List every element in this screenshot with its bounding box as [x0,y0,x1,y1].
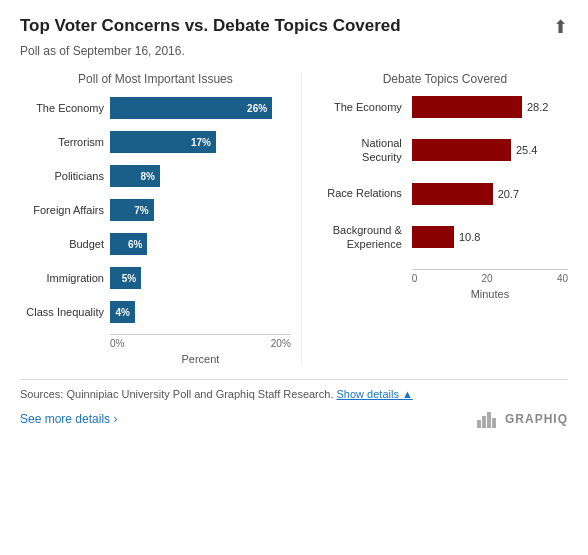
right-bar [412,96,522,118]
left-bar-wrap: 5% [110,267,291,289]
left-bar-wrap: 6% [110,233,291,255]
left-bar-row: Terrorism17% [20,130,291,154]
left-bar-row: Class Inequality4% [20,300,291,324]
left-bar-row: Budget6% [20,232,291,256]
brand-label: GRAPHIQ [505,412,568,426]
right-bar-row: Race Relations20.7 [322,183,568,205]
subtitle: Poll as of September 16, 2016. [20,44,568,58]
right-bar-wrap: 25.4 [412,139,568,161]
graphiq-logo-icon [477,410,499,428]
left-x-axis: 0%20% [110,334,291,349]
left-bar-label: Class Inequality [20,306,110,318]
right-bar-label: NationalSecurity [322,136,412,165]
bottom-bar: See more details › GRAPHIQ [20,410,568,428]
page-container: Top Voter Concerns vs. Debate Topics Cov… [20,16,568,428]
left-bar-wrap: 4% [110,301,291,323]
left-bar-wrap: 7% [110,199,291,221]
right-bar-value: 20.7 [498,188,519,200]
left-x-label: Percent [110,353,291,365]
left-bar-row: Politicians8% [20,164,291,188]
left-chart-area: The Economy26%Terrorism17%Politicians8%F… [20,96,291,365]
left-bar-label: Terrorism [20,136,110,148]
svg-rect-0 [477,420,481,428]
right-chart-area: The Economy28.2NationalSecurity25.4Race … [322,96,568,300]
footer: Sources: Quinnipiac University Poll and … [20,379,568,400]
right-bar-value: 10.8 [459,231,480,243]
right-bar [412,226,454,248]
left-bar-row: Immigration5% [20,266,291,290]
right-bar-row: NationalSecurity25.4 [322,136,568,165]
right-bar [412,139,511,161]
left-bar-pct-label: 26% [247,103,267,114]
right-bar-label: Race Relations [322,186,412,200]
left-bar: 26% [110,97,272,119]
charts-container: Poll of Most Important Issues The Econom… [20,72,568,365]
right-bar [412,183,493,205]
svg-rect-2 [487,412,491,428]
left-bar-pct-label: 7% [134,205,148,216]
left-bar-label: Foreign Affairs [20,204,110,216]
right-x-label: Minutes [412,288,568,300]
right-bar-wrap: 20.7 [412,183,568,205]
left-bar: 4% [110,301,135,323]
right-chart-title: Debate Topics Covered [322,72,568,86]
svg-rect-3 [492,418,496,428]
left-bar-label: Budget [20,238,110,250]
left-bar: 17% [110,131,216,153]
left-bar-wrap: 26% [110,97,291,119]
left-bar-wrap: 8% [110,165,291,187]
right-x-axis: 02040 [412,269,568,284]
show-details-link[interactable]: Show details ▲ [337,388,413,400]
left-bar: 8% [110,165,160,187]
right-bar-wrap: 28.2 [412,96,568,118]
header: Top Voter Concerns vs. Debate Topics Cov… [20,16,568,38]
right-bar-value: 28.2 [527,101,548,113]
left-bar: 6% [110,233,147,255]
left-bar-pct-label: 4% [115,307,129,318]
right-bar-row: Background &Experience10.8 [322,223,568,252]
right-bar-value: 25.4 [516,144,537,156]
right-bar-row: The Economy28.2 [322,96,568,118]
left-chart-title: Poll of Most Important Issues [20,72,291,86]
left-bar-row: Foreign Affairs7% [20,198,291,222]
left-bar: 7% [110,199,154,221]
left-bar-label: Immigration [20,272,110,284]
left-bar-pct-label: 5% [122,273,136,284]
page-title: Top Voter Concerns vs. Debate Topics Cov… [20,16,401,36]
left-bar-row: The Economy26% [20,96,291,120]
left-bar: 5% [110,267,141,289]
right-bar-wrap: 10.8 [412,226,568,248]
right-bar-label: The Economy [322,100,412,114]
share-icon[interactable]: ⬆ [553,16,568,38]
left-bar-pct-label: 8% [140,171,154,182]
left-bar-label: The Economy [20,102,110,114]
graphiq-brand: GRAPHIQ [477,410,568,428]
see-more-link[interactable]: See more details › [20,412,117,426]
left-bar-pct-label: 17% [191,137,211,148]
svg-rect-1 [482,416,486,428]
sources-text: Sources: Quinnipiac University Poll and … [20,388,333,400]
left-chart: Poll of Most Important Issues The Econom… [20,72,301,365]
left-bar-wrap: 17% [110,131,291,153]
right-bar-label: Background &Experience [322,223,412,252]
left-bar-pct-label: 6% [128,239,142,250]
left-bar-label: Politicians [20,170,110,182]
right-chart: Debate Topics Covered The Economy28.2Nat… [301,72,568,365]
